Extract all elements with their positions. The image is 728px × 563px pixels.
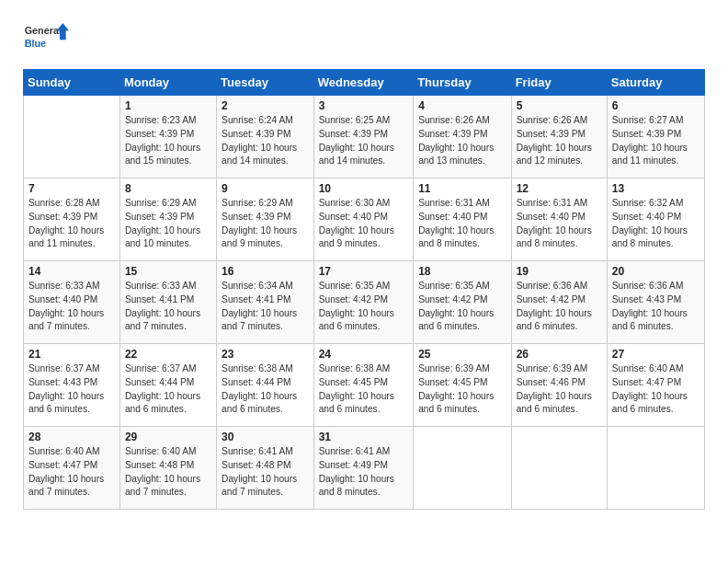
calendar-cell: 23 Sunrise: 6:38 AMSunset: 4:44 PMDaylig… (217, 344, 314, 427)
day-number: 10 (319, 182, 408, 195)
day-info: Sunrise: 6:37 AMSunset: 4:43 PMDaylight:… (28, 362, 115, 417)
weekday-header: Wednesday (313, 70, 413, 96)
svg-text:Blue: Blue (25, 38, 46, 49)
day-info: Sunrise: 6:26 AMSunset: 4:39 PMDaylight:… (418, 114, 506, 168)
calendar-cell: 24 Sunrise: 6:38 AMSunset: 4:45 PMDaylig… (313, 344, 413, 427)
day-number: 16 (222, 265, 309, 278)
calendar-cell (607, 427, 704, 510)
calendar-cell: 10 Sunrise: 6:30 AMSunset: 4:40 PMDaylig… (313, 178, 413, 261)
logo-icon: General Blue (23, 18, 69, 55)
day-number: 9 (222, 182, 309, 195)
day-info: Sunrise: 6:27 AMSunset: 4:39 PMDaylight:… (612, 114, 700, 168)
calendar-cell: 28 Sunrise: 6:40 AMSunset: 4:47 PMDaylig… (24, 427, 120, 510)
day-number: 2 (222, 99, 309, 112)
calendar-cell: 6 Sunrise: 6:27 AMSunset: 4:39 PMDayligh… (607, 96, 704, 178)
day-number: 21 (28, 348, 115, 361)
day-info: Sunrise: 6:38 AMSunset: 4:45 PMDaylight:… (319, 362, 408, 417)
calendar-cell: 26 Sunrise: 6:39 AMSunset: 4:46 PMDaylig… (511, 344, 607, 427)
calendar-cell: 21 Sunrise: 6:37 AMSunset: 4:43 PMDaylig… (24, 344, 120, 427)
calendar-cell: 13 Sunrise: 6:32 AMSunset: 4:40 PMDaylig… (607, 178, 704, 261)
day-number: 19 (517, 265, 602, 278)
day-number: 6 (612, 99, 700, 112)
calendar-cell: 31 Sunrise: 6:41 AMSunset: 4:49 PMDaylig… (313, 427, 413, 510)
day-info: Sunrise: 6:36 AMSunset: 4:43 PMDaylight:… (612, 280, 700, 334)
svg-text:General: General (25, 25, 62, 36)
day-number: 25 (418, 348, 506, 361)
day-info: Sunrise: 6:32 AMSunset: 4:40 PMDaylight:… (612, 197, 700, 251)
calendar-cell: 12 Sunrise: 6:31 AMSunset: 4:40 PMDaylig… (511, 178, 607, 261)
day-number: 5 (517, 99, 602, 112)
day-number: 17 (319, 265, 408, 278)
calendar-cell: 3 Sunrise: 6:25 AMSunset: 4:39 PMDayligh… (313, 96, 413, 178)
weekday-header: Sunday (24, 70, 120, 96)
weekday-header: Thursday (414, 70, 512, 96)
day-info: Sunrise: 6:39 AMSunset: 4:45 PMDaylight:… (418, 362, 506, 417)
day-info: Sunrise: 6:41 AMSunset: 4:48 PMDaylight:… (222, 445, 309, 500)
day-number: 15 (125, 265, 211, 278)
day-number: 8 (125, 182, 211, 195)
calendar-cell: 5 Sunrise: 6:26 AMSunset: 4:39 PMDayligh… (511, 96, 607, 178)
day-info: Sunrise: 6:40 AMSunset: 4:47 PMDaylight:… (612, 362, 700, 417)
day-number: 29 (125, 431, 211, 443)
day-number: 4 (418, 99, 506, 112)
day-info: Sunrise: 6:29 AMSunset: 4:39 PMDaylight:… (125, 197, 211, 251)
day-number: 7 (28, 182, 115, 195)
calendar-cell: 29 Sunrise: 6:40 AMSunset: 4:48 PMDaylig… (119, 427, 216, 510)
calendar-cell: 20 Sunrise: 6:36 AMSunset: 4:43 PMDaylig… (607, 261, 704, 344)
day-number: 1 (125, 99, 211, 112)
day-info: Sunrise: 6:33 AMSunset: 4:40 PMDaylight:… (28, 280, 115, 334)
day-info: Sunrise: 6:23 AMSunset: 4:39 PMDaylight:… (125, 114, 211, 168)
day-info: Sunrise: 6:35 AMSunset: 4:42 PMDaylight:… (319, 280, 408, 334)
day-info: Sunrise: 6:25 AMSunset: 4:39 PMDaylight:… (319, 114, 408, 168)
day-number: 11 (418, 182, 506, 195)
day-info: Sunrise: 6:40 AMSunset: 4:48 PMDaylight:… (125, 445, 211, 500)
calendar-cell: 11 Sunrise: 6:31 AMSunset: 4:40 PMDaylig… (414, 178, 512, 261)
weekday-header: Tuesday (217, 70, 314, 96)
calendar-cell: 14 Sunrise: 6:33 AMSunset: 4:40 PMDaylig… (24, 261, 120, 344)
day-info: Sunrise: 6:34 AMSunset: 4:41 PMDaylight:… (222, 280, 309, 334)
calendar-cell (24, 96, 120, 178)
day-number: 31 (319, 431, 408, 443)
day-info: Sunrise: 6:39 AMSunset: 4:46 PMDaylight:… (517, 362, 602, 417)
day-info: Sunrise: 6:37 AMSunset: 4:44 PMDaylight:… (125, 362, 211, 417)
calendar-cell: 27 Sunrise: 6:40 AMSunset: 4:47 PMDaylig… (607, 344, 704, 427)
calendar-cell: 1 Sunrise: 6:23 AMSunset: 4:39 PMDayligh… (119, 96, 216, 178)
day-number: 23 (222, 348, 309, 361)
day-number: 30 (222, 431, 309, 443)
day-info: Sunrise: 6:40 AMSunset: 4:47 PMDaylight:… (28, 445, 115, 500)
day-info: Sunrise: 6:31 AMSunset: 4:40 PMDaylight:… (418, 197, 506, 251)
calendar-cell: 9 Sunrise: 6:29 AMSunset: 4:39 PMDayligh… (217, 178, 314, 261)
day-info: Sunrise: 6:30 AMSunset: 4:40 PMDaylight:… (319, 197, 408, 251)
day-number: 18 (418, 265, 506, 278)
day-number: 3 (319, 99, 408, 112)
day-info: Sunrise: 6:28 AMSunset: 4:39 PMDaylight:… (28, 197, 115, 251)
calendar-cell: 30 Sunrise: 6:41 AMSunset: 4:48 PMDaylig… (217, 427, 314, 510)
calendar-cell: 17 Sunrise: 6:35 AMSunset: 4:42 PMDaylig… (313, 261, 413, 344)
day-info: Sunrise: 6:35 AMSunset: 4:42 PMDaylight:… (418, 280, 506, 334)
day-number: 27 (612, 348, 700, 361)
calendar-cell: 8 Sunrise: 6:29 AMSunset: 4:39 PMDayligh… (119, 178, 216, 261)
day-number: 28 (28, 431, 115, 443)
day-info: Sunrise: 6:33 AMSunset: 4:41 PMDaylight:… (125, 280, 211, 334)
day-number: 14 (28, 265, 115, 278)
calendar-cell: 7 Sunrise: 6:28 AMSunset: 4:39 PMDayligh… (24, 178, 120, 261)
calendar-cell: 4 Sunrise: 6:26 AMSunset: 4:39 PMDayligh… (414, 96, 512, 178)
day-number: 26 (517, 348, 602, 361)
calendar-cell (414, 427, 512, 510)
day-info: Sunrise: 6:24 AMSunset: 4:39 PMDaylight:… (222, 114, 309, 168)
day-number: 12 (517, 182, 602, 195)
day-info: Sunrise: 6:41 AMSunset: 4:49 PMDaylight:… (319, 445, 408, 500)
day-number: 22 (125, 348, 211, 361)
day-number: 24 (319, 348, 408, 361)
day-info: Sunrise: 6:36 AMSunset: 4:42 PMDaylight:… (517, 280, 602, 334)
logo: General Blue (23, 18, 69, 55)
calendar-cell: 2 Sunrise: 6:24 AMSunset: 4:39 PMDayligh… (217, 96, 314, 178)
calendar-cell: 15 Sunrise: 6:33 AMSunset: 4:41 PMDaylig… (119, 261, 216, 344)
day-info: Sunrise: 6:38 AMSunset: 4:44 PMDaylight:… (222, 362, 309, 417)
calendar-cell: 19 Sunrise: 6:36 AMSunset: 4:42 PMDaylig… (511, 261, 607, 344)
day-info: Sunrise: 6:29 AMSunset: 4:39 PMDaylight:… (222, 197, 309, 251)
day-info: Sunrise: 6:31 AMSunset: 4:40 PMDaylight:… (517, 197, 602, 251)
day-number: 13 (612, 182, 700, 195)
day-number: 20 (612, 265, 700, 278)
calendar-cell: 18 Sunrise: 6:35 AMSunset: 4:42 PMDaylig… (414, 261, 512, 344)
